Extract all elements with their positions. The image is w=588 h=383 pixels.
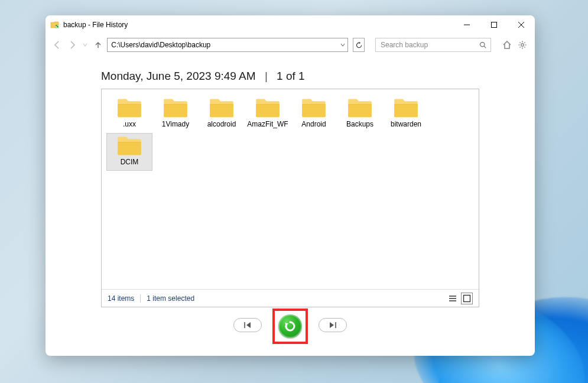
folder-label: Android <box>301 121 326 129</box>
folder-label: DCIM <box>121 158 139 167</box>
svg-point-2 <box>480 42 484 46</box>
folder-item[interactable]: DCIM <box>106 133 152 171</box>
search-icon[interactable] <box>475 38 490 51</box>
forward-button[interactable] <box>66 38 77 52</box>
back-button[interactable] <box>51 38 63 52</box>
snapshot-header: Monday, June 5, 2023 9:49 AM | 1 of 1 <box>101 56 479 89</box>
chevron-down-icon[interactable] <box>82 42 89 48</box>
folder-label: Backups <box>346 121 373 129</box>
search-input[interactable] <box>376 41 475 49</box>
restore-button[interactable] <box>278 314 302 338</box>
status-item-count: 14 items <box>108 294 134 303</box>
folder-label: alcodroid <box>207 121 236 129</box>
folder-item[interactable]: .uxx <box>106 95 152 133</box>
content-area: Monday, June 5, 2023 9:49 AM | 1 of 1 .u… <box>46 56 535 356</box>
status-bar: 14 items 1 item selected <box>102 289 479 307</box>
navigation-bar <box>46 34 535 56</box>
svg-rect-4 <box>464 295 470 301</box>
folder-item[interactable]: bitwarden <box>383 95 429 133</box>
home-button[interactable] <box>501 38 514 51</box>
settings-button[interactable] <box>516 38 529 51</box>
maximize-button[interactable] <box>480 15 508 34</box>
folder-item[interactable]: alcodroid <box>199 95 245 133</box>
next-version-button[interactable] <box>319 318 347 332</box>
folder-item[interactable]: Backups <box>337 95 383 133</box>
svg-rect-1 <box>492 22 497 28</box>
folder-label: AmazFit_WF <box>247 121 288 129</box>
close-button[interactable] <box>508 15 535 34</box>
file-history-window: backup - File History <box>46 15 535 356</box>
status-selection: 1 item selected <box>147 294 194 303</box>
svg-point-3 <box>521 44 524 46</box>
folder-item[interactable]: 1Vimady <box>152 95 199 133</box>
restore-highlight <box>272 309 308 344</box>
app-icon <box>50 20 60 30</box>
snapshot-datetime: Monday, June 5, 2023 9:49 AM <box>101 70 256 82</box>
address-input[interactable] <box>108 38 337 51</box>
previous-version-button[interactable] <box>233 318 262 332</box>
minimize-button[interactable] <box>453 15 480 34</box>
folder-label: .uxx <box>123 121 136 129</box>
files-grid: .uxx 1Vimady alcodroid AmazFit_WF Androi… <box>106 95 474 171</box>
folder-item[interactable]: AmazFit_WF <box>245 95 291 133</box>
view-icons-button[interactable] <box>461 293 473 304</box>
address-bar[interactable] <box>107 38 348 52</box>
window-title: backup - File History <box>63 21 128 29</box>
files-pane: .uxx 1Vimady alcodroid AmazFit_WF Androi… <box>101 89 479 307</box>
refresh-button[interactable] <box>353 38 365 52</box>
folder-label: 1Vimady <box>162 121 189 129</box>
folder-label: bitwarden <box>391 121 421 129</box>
view-details-button[interactable] <box>447 293 459 304</box>
titlebar: backup - File History <box>46 15 535 34</box>
search-box[interactable] <box>375 38 491 52</box>
folder-item[interactable]: Android <box>291 95 337 133</box>
snapshot-separator: | <box>259 70 274 82</box>
up-button[interactable] <box>92 38 103 52</box>
snapshot-counter: 1 of 1 <box>277 70 305 82</box>
address-dropdown-icon[interactable] <box>337 38 347 51</box>
restore-controls <box>101 307 479 345</box>
